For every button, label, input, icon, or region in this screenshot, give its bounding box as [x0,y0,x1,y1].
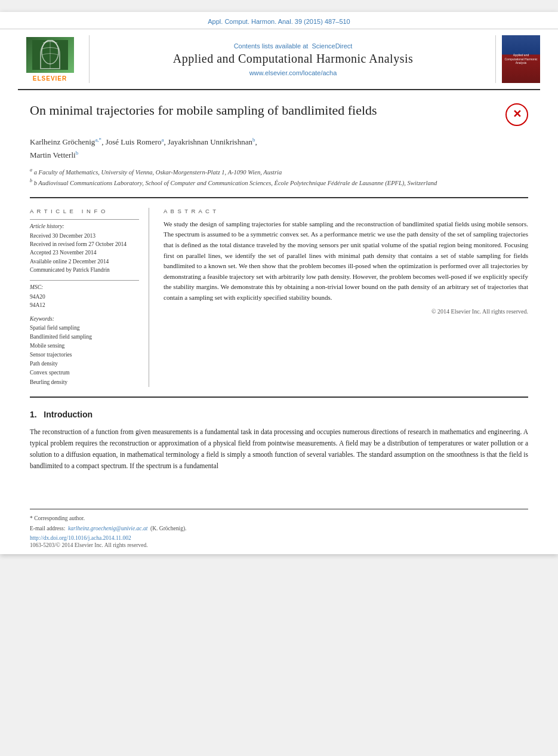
journal-thumbnail: Applied and Computational Harmonic Analy… [495,35,540,83]
contents-available-text: Contents lists available at ScienceDirec… [234,42,353,50]
msc2: 94A12 [30,301,139,309]
article-info-label: A R T I C L E I N F O [30,208,139,214]
article-content: On minimal trajectories for mobile sampl… [0,90,558,497]
abstract-text: We study the design of sampling trajecto… [164,219,528,303]
author-groechenig: Karlheinz Gröcheniga,* [30,137,101,146]
abstract-label: A B S T R A C T [164,208,528,214]
affiliation-a: a a Faculty of Mathematics, University o… [30,167,528,177]
article-title-row: On minimal trajectories for mobile sampl… [30,102,528,126]
elsevier-wordmark: ELSEVIER [33,75,67,82]
corresponding-author-note: * Corresponding author. [30,514,528,523]
doi-link[interactable]: http://dx.doi.org/10.1016/j.acha.2014.11… [30,535,528,541]
msc1: 94A20 [30,293,139,301]
sciencedirect-link[interactable]: ScienceDirect [312,42,353,50]
email-note: E-mail address: karlheinz.groechenig@uni… [30,524,528,533]
keyword-5: Path density [30,359,139,368]
section-number: 1. [30,410,37,419]
thumb-image: Applied and Computational Harmonic Analy… [502,35,540,83]
author-vetterli: Martin Vetterlib [30,150,78,159]
header-center: Contents lists available at ScienceDirec… [97,35,489,83]
header-banner: ELSEVIER Contents lists available at Sci… [18,29,540,90]
section-1-header: 1. Introduction [30,410,528,419]
keyword-2: Bandlimited field sampling [30,333,139,342]
affiliations: a a Faculty of Mathematics, University o… [30,167,528,188]
keyword-3: Mobile sensing [30,342,139,351]
keyword-1: Spatial field sampling [30,324,139,333]
author-email[interactable]: karlheinz.groechenig@univie.ac.at [68,525,147,531]
thumb-text: Applied and Computational Harmonic Analy… [504,53,538,65]
crossmark-badge: ✕ [505,103,528,126]
journal-ref-text: Appl. Comput. Harmon. Anal. 39 (2015) 48… [208,18,350,25]
info-abstract-columns: A R T I C L E I N F O Article history: R… [30,208,528,387]
footer: * Corresponding author. E-mail address: … [30,509,528,555]
elsevier-logo: ELSEVIER [18,35,90,83]
history-title: Article history: [30,223,139,229]
accepted-date: Accepted 23 November 2014 [30,248,139,257]
journal-url[interactable]: www.elsevier.com/locate/acha [249,69,337,76]
article-history-block: Article history: Received 30 December 20… [30,219,139,274]
revised-date: Received in revised form 27 October 2014 [30,240,139,248]
keyword-6: Convex spectrum [30,368,139,377]
journal-title: Applied and Computational Harmonic Analy… [173,52,414,66]
received-date: Received 30 December 2013 [30,232,139,240]
keyword-7: Beurling density [30,378,139,387]
introduction-section: 1. Introduction The reconstruction of a … [30,410,528,472]
keywords-block: Keywords: Spatial field sampling Bandlim… [30,316,139,387]
page: Appl. Comput. Harmon. Anal. 39 (2015) 48… [0,12,558,554]
crossmark-icon: ✕ [513,107,522,121]
keywords-label: Keywords: [30,316,139,322]
divider-after-abstract [30,397,528,398]
online-date: Available online 2 December 2014 [30,257,139,266]
copyright-notice: © 2014 Elsevier Inc. All rights reserved… [164,308,528,315]
authors-line: Karlheinz Gröcheniga,*, José Luis Romero… [30,136,528,162]
abstract-column: A B S T R A C T We study the design of s… [164,208,528,387]
author-unnikrishnan: Jayakrishnan Unnikrishnanb [168,137,255,146]
section-title: Introduction [44,410,93,419]
elsevier-logo-image [26,37,74,73]
svg-point-1 [42,40,58,64]
journal-reference: Appl. Comput. Harmon. Anal. 39 (2015) 48… [0,12,558,29]
article-info-column: A R T I C L E I N F O Article history: R… [30,208,149,387]
msc-block: MSC: 94A20 94A12 [30,280,139,310]
issn-text: 1063-5203/© 2014 Elsevier Inc. All right… [30,542,528,548]
article-title-text: On minimal trajectories for mobile sampl… [30,102,377,119]
author-romero: José Luis Romeroa [106,137,164,146]
affiliation-b: b b Audiovisual Communications Laborator… [30,177,528,188]
communicated-by: Communicated by Patrick Flandrin [30,266,139,274]
keyword-4: Sensor trajectories [30,351,139,359]
divider-thick [30,197,528,198]
svg-rect-0 [32,40,68,70]
msc-label: MSC: [30,284,139,290]
intro-paragraph-1: The reconstruction of a function from gi… [30,426,528,472]
